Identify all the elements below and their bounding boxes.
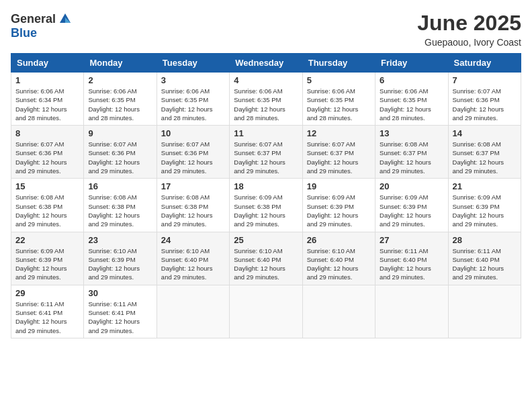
calendar-day-cell: 7Sunrise: 6:07 AM Sunset: 6:36 PM Daylig…: [448, 73, 521, 126]
calendar-day-cell: 15Sunrise: 6:08 AM Sunset: 6:38 PM Dayli…: [11, 179, 84, 232]
day-number: 2: [88, 75, 152, 85]
weekday-header-thursday: Thursday: [302, 54, 375, 73]
calendar-day-cell: 25Sunrise: 6:10 AM Sunset: 6:40 PM Dayli…: [230, 232, 302, 285]
weekday-header-tuesday: Tuesday: [157, 54, 229, 73]
day-number: 6: [380, 75, 443, 85]
logo-general: General: [11, 13, 56, 25]
day-number: 1: [15, 75, 79, 85]
calendar-subtitle: Guepaouo, Ivory Coast: [417, 37, 521, 48]
calendar-day-cell: 13Sunrise: 6:08 AM Sunset: 6:37 PM Dayli…: [375, 126, 448, 179]
calendar-day-cell: 28Sunrise: 6:11 AM Sunset: 6:40 PM Dayli…: [448, 232, 521, 285]
day-number: 3: [161, 75, 225, 85]
day-number: 30: [88, 288, 152, 298]
day-info: Sunrise: 6:09 AM Sunset: 6:39 PM Dayligh…: [15, 246, 79, 282]
day-info: Sunrise: 6:07 AM Sunset: 6:37 PM Dayligh…: [234, 140, 298, 175]
day-number: 19: [307, 181, 371, 191]
day-info: Sunrise: 6:07 AM Sunset: 6:36 PM Dayligh…: [88, 140, 152, 175]
calendar-table: SundayMondayTuesdayWednesdayThursdayFrid…: [11, 53, 521, 338]
calendar-day-cell: 12Sunrise: 6:07 AM Sunset: 6:37 PM Dayli…: [302, 126, 375, 179]
day-info: Sunrise: 6:07 AM Sunset: 6:36 PM Dayligh…: [453, 87, 517, 122]
calendar-empty-cell: [302, 285, 375, 338]
calendar-empty-cell: [230, 285, 302, 338]
day-number: 16: [88, 181, 152, 191]
day-number: 11: [234, 128, 298, 138]
day-info: Sunrise: 6:07 AM Sunset: 6:37 PM Dayligh…: [307, 140, 371, 175]
weekday-header-friday: Friday: [375, 54, 448, 73]
day-info: Sunrise: 6:08 AM Sunset: 6:38 PM Dayligh…: [88, 193, 152, 228]
day-info: Sunrise: 6:09 AM Sunset: 6:39 PM Dayligh…: [380, 193, 443, 228]
calendar-day-cell: 22Sunrise: 6:09 AM Sunset: 6:39 PM Dayli…: [11, 232, 84, 285]
day-number: 20: [380, 181, 443, 191]
day-info: Sunrise: 6:06 AM Sunset: 6:35 PM Dayligh…: [380, 87, 443, 122]
calendar-header-row: SundayMondayTuesdayWednesdayThursdayFrid…: [11, 54, 521, 73]
calendar-day-cell: 20Sunrise: 6:09 AM Sunset: 6:39 PM Dayli…: [375, 179, 448, 232]
title-area: June 2025 Guepaouo, Ivory Coast: [417, 11, 521, 48]
calendar-day-cell: 24Sunrise: 6:10 AM Sunset: 6:40 PM Dayli…: [157, 232, 229, 285]
day-number: 12: [307, 128, 371, 138]
day-number: 15: [15, 181, 79, 191]
calendar-empty-cell: [375, 285, 448, 338]
calendar-week-row: 8Sunrise: 6:07 AM Sunset: 6:36 PM Daylig…: [11, 126, 521, 179]
day-info: Sunrise: 6:11 AM Sunset: 6:40 PM Dayligh…: [380, 246, 443, 282]
day-info: Sunrise: 6:08 AM Sunset: 6:37 PM Dayligh…: [453, 140, 517, 175]
calendar-day-cell: 11Sunrise: 6:07 AM Sunset: 6:37 PM Dayli…: [230, 126, 302, 179]
day-number: 5: [307, 75, 371, 85]
calendar-day-cell: 1Sunrise: 6:06 AM Sunset: 6:34 PM Daylig…: [11, 73, 84, 126]
calendar-day-cell: 21Sunrise: 6:09 AM Sunset: 6:39 PM Dayli…: [448, 179, 521, 232]
day-info: Sunrise: 6:07 AM Sunset: 6:36 PM Dayligh…: [15, 140, 79, 175]
calendar-day-cell: 26Sunrise: 6:10 AM Sunset: 6:40 PM Dayli…: [302, 232, 375, 285]
weekday-header-monday: Monday: [84, 54, 157, 73]
calendar-day-cell: 16Sunrise: 6:08 AM Sunset: 6:38 PM Dayli…: [84, 179, 157, 232]
day-number: 22: [15, 235, 79, 245]
logo-icon: [57, 11, 73, 27]
day-number: 8: [15, 128, 79, 138]
day-info: Sunrise: 6:10 AM Sunset: 6:40 PM Dayligh…: [234, 246, 298, 282]
logo: General Blue: [11, 11, 73, 39]
calendar-day-cell: 18Sunrise: 6:09 AM Sunset: 6:38 PM Dayli…: [230, 179, 302, 232]
day-number: 10: [161, 128, 225, 138]
weekday-header-saturday: Saturday: [448, 54, 521, 73]
day-info: Sunrise: 6:11 AM Sunset: 6:41 PM Dayligh…: [15, 300, 79, 335]
calendar-day-cell: 6Sunrise: 6:06 AM Sunset: 6:35 PM Daylig…: [375, 73, 448, 126]
calendar-empty-cell: [157, 285, 229, 338]
day-number: 4: [234, 75, 298, 85]
day-number: 29: [15, 288, 79, 298]
day-info: Sunrise: 6:10 AM Sunset: 6:40 PM Dayligh…: [307, 246, 371, 282]
day-number: 18: [234, 181, 298, 191]
day-number: 13: [380, 128, 443, 138]
day-info: Sunrise: 6:06 AM Sunset: 6:34 PM Dayligh…: [15, 87, 79, 122]
calendar-empty-cell: [448, 285, 521, 338]
day-number: 21: [453, 181, 517, 191]
day-number: 9: [88, 128, 152, 138]
day-number: 27: [380, 235, 443, 245]
day-info: Sunrise: 6:06 AM Sunset: 6:35 PM Dayligh…: [88, 87, 152, 122]
calendar-week-row: 22Sunrise: 6:09 AM Sunset: 6:39 PM Dayli…: [11, 232, 521, 285]
calendar-day-cell: 17Sunrise: 6:08 AM Sunset: 6:38 PM Dayli…: [157, 179, 229, 232]
day-info: Sunrise: 6:11 AM Sunset: 6:40 PM Dayligh…: [453, 246, 517, 282]
day-number: 17: [161, 181, 225, 191]
weekday-header-wednesday: Wednesday: [230, 54, 302, 73]
calendar-day-cell: 30Sunrise: 6:11 AM Sunset: 6:41 PM Dayli…: [84, 285, 157, 338]
day-info: Sunrise: 6:09 AM Sunset: 6:39 PM Dayligh…: [307, 193, 371, 228]
calendar-day-cell: 14Sunrise: 6:08 AM Sunset: 6:37 PM Dayli…: [448, 126, 521, 179]
day-number: 24: [161, 235, 225, 245]
calendar-day-cell: 5Sunrise: 6:06 AM Sunset: 6:35 PM Daylig…: [302, 73, 375, 126]
page-header: General Blue June 2025 Guepaouo, Ivory C…: [11, 11, 521, 48]
day-info: Sunrise: 6:07 AM Sunset: 6:36 PM Dayligh…: [161, 140, 225, 175]
day-info: Sunrise: 6:08 AM Sunset: 6:38 PM Dayligh…: [15, 193, 79, 228]
day-info: Sunrise: 6:08 AM Sunset: 6:38 PM Dayligh…: [161, 193, 225, 228]
day-info: Sunrise: 6:06 AM Sunset: 6:35 PM Dayligh…: [307, 87, 371, 122]
calendar-week-row: 29Sunrise: 6:11 AM Sunset: 6:41 PM Dayli…: [11, 285, 521, 338]
calendar-week-row: 1Sunrise: 6:06 AM Sunset: 6:34 PM Daylig…: [11, 73, 521, 126]
day-number: 14: [453, 128, 517, 138]
calendar-day-cell: 19Sunrise: 6:09 AM Sunset: 6:39 PM Dayli…: [302, 179, 375, 232]
calendar-day-cell: 29Sunrise: 6:11 AM Sunset: 6:41 PM Dayli…: [11, 285, 84, 338]
logo-blue: Blue: [11, 27, 37, 39]
day-number: 25: [234, 235, 298, 245]
day-info: Sunrise: 6:09 AM Sunset: 6:39 PM Dayligh…: [453, 193, 517, 228]
calendar-day-cell: 27Sunrise: 6:11 AM Sunset: 6:40 PM Dayli…: [375, 232, 448, 285]
day-number: 23: [88, 235, 152, 245]
day-info: Sunrise: 6:10 AM Sunset: 6:39 PM Dayligh…: [88, 246, 152, 282]
calendar-day-cell: 4Sunrise: 6:06 AM Sunset: 6:35 PM Daylig…: [230, 73, 302, 126]
day-number: 28: [453, 235, 517, 245]
